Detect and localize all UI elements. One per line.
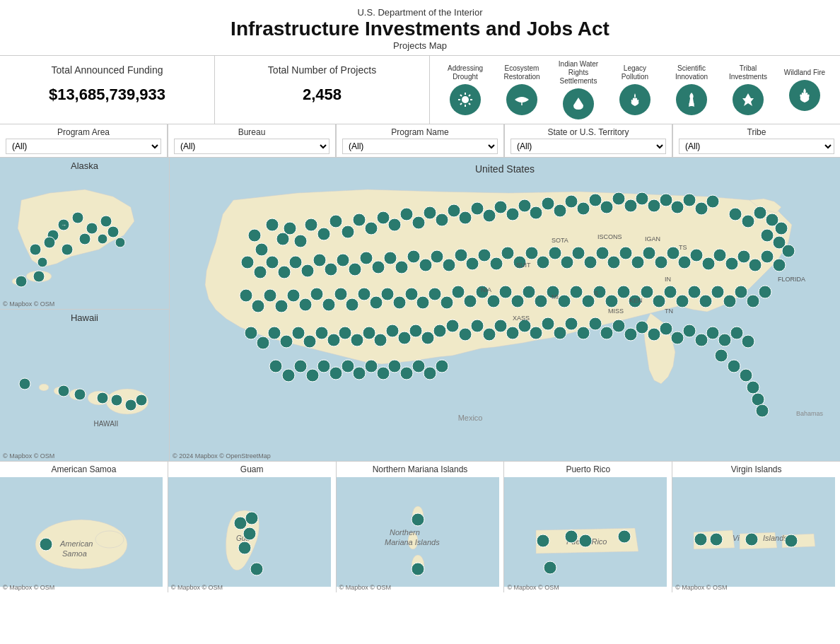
filter-tribe-select[interactable]: (All) (679, 139, 834, 154)
icon-drought[interactable]: AddressingDrought (437, 64, 494, 115)
svg-text:Northern: Northern (390, 528, 420, 537)
svg-point-208 (742, 335, 754, 348)
filter-tribe-label: Tribe (679, 127, 834, 137)
agency-name: U.S. Department of the Interior (0, 7, 840, 18)
svg-point-73 (589, 194, 602, 206)
svg-point-136 (761, 250, 774, 263)
american-samoa-credit: © Mapbox © OSM (3, 584, 54, 591)
scientific-icon (676, 84, 707, 115)
svg-point-186 (483, 328, 496, 341)
puerto-rico-credit: © Mapbox © OSM (507, 584, 559, 591)
svg-point-239 (353, 367, 366, 380)
svg-point-60 (436, 213, 448, 226)
svg-point-152 (405, 288, 418, 300)
svg-point-237 (329, 367, 342, 380)
svg-point-76 (624, 199, 637, 212)
svg-point-219 (292, 327, 305, 339)
svg-point-138 (240, 289, 252, 302)
svg-point-282 (412, 513, 424, 526)
icon-tribal-label: TribalInvestments (729, 64, 767, 81)
svg-point-160 (499, 286, 512, 298)
filters-row: Program Area (All) Bureau (All) Program … (0, 124, 840, 158)
icon-wildland[interactable]: Wildland Fire (776, 69, 833, 111)
us-main-map[interactable]: United States (170, 158, 840, 461)
filter-bureau: Bureau (All) (168, 124, 336, 157)
svg-point-170 (617, 286, 630, 298)
alaska-credit: © Mapbox © OSM (3, 300, 54, 308)
icon-ecosystem[interactable]: EcosystemRestoration (494, 64, 550, 115)
svg-point-227 (386, 324, 399, 337)
filter-state-select[interactable]: (All) (511, 139, 666, 154)
svg-point-47 (284, 222, 296, 235)
svg-point-33 (39, 384, 49, 391)
icon-water[interactable]: Indian WaterRightsSettlements (550, 60, 607, 119)
svg-point-69 (542, 197, 554, 210)
svg-point-187 (494, 320, 507, 332)
filter-bureau-select[interactable]: (All) (174, 139, 329, 154)
svg-point-267 (40, 538, 52, 551)
svg-point-57 (400, 208, 413, 221)
american-samoa-map: American Samoa American Samoa © Mapbox ©… (0, 462, 168, 592)
alaska-svg: → (0, 172, 169, 306)
svg-point-37 (74, 389, 86, 400)
svg-point-77 (636, 192, 648, 205)
svg-point-285 (537, 534, 549, 547)
svg-point-21 (107, 226, 119, 238)
svg-point-26 (115, 238, 125, 247)
svg-point-15 (72, 212, 83, 223)
svg-point-209 (715, 349, 728, 362)
svg-point-0 (462, 96, 469, 103)
legacy-icon (619, 84, 651, 115)
icon-scientific[interactable]: ScientificInnovation (663, 64, 720, 115)
filter-program-area: Program Area (All) (0, 124, 168, 157)
puerto-rico-svg: Puerto Rico (504, 477, 667, 587)
icon-tribal[interactable]: TribalInvestments (720, 64, 776, 115)
svg-point-123 (607, 256, 620, 269)
svg-point-210 (728, 360, 740, 373)
us-credit: © 2024 Mapbox © OpenStreetMap (173, 452, 271, 459)
svg-point-48 (294, 235, 307, 247)
svg-point-10 (689, 103, 694, 105)
svg-point-193 (565, 317, 578, 330)
svg-line-8 (469, 95, 470, 96)
svg-point-147 (346, 298, 358, 311)
icon-legacy[interactable]: LegacyPollution (607, 64, 663, 115)
svg-point-44 (266, 218, 279, 231)
svg-point-46 (255, 243, 268, 256)
svg-point-19 (30, 244, 41, 255)
svg-point-126 (643, 247, 655, 259)
svg-point-230 (421, 332, 434, 344)
svg-point-173 (653, 295, 665, 308)
svg-point-125 (631, 256, 644, 269)
svg-line-6 (469, 103, 470, 105)
filter-program-name-select[interactable]: (All) (342, 139, 498, 154)
svg-point-223 (339, 327, 351, 339)
svg-point-246 (436, 360, 448, 373)
svg-point-103 (372, 261, 385, 274)
filter-program-area-select[interactable]: (All) (6, 139, 161, 154)
svg-point-148 (358, 288, 371, 300)
svg-point-92 (241, 256, 254, 269)
svg-point-114 (501, 247, 514, 259)
svg-point-192 (554, 327, 566, 339)
svg-point-271 (243, 527, 256, 540)
svg-point-52 (342, 226, 354, 238)
svg-point-172 (641, 286, 653, 298)
svg-point-131 (702, 257, 715, 270)
svg-point-142 (287, 289, 300, 302)
svg-text:SOTA: SOTA (552, 237, 568, 244)
bottom-maps: American Samoa American Samoa © Mapbox ©… (0, 462, 840, 592)
svg-point-113 (490, 257, 503, 270)
svg-point-108 (431, 250, 443, 263)
svg-point-120 (572, 247, 585, 259)
svg-point-49 (305, 218, 317, 231)
svg-point-16 (86, 223, 98, 234)
svg-point-272 (238, 541, 251, 554)
wildland-icon (789, 80, 820, 111)
mexico-label: Mexico (458, 414, 483, 422)
page-subtitle: Projects Map (0, 40, 840, 51)
svg-text:Mariana Islands: Mariana Islands (385, 538, 440, 546)
svg-point-177 (699, 295, 712, 308)
icon-ecosystem-label: EcosystemRestoration (503, 64, 539, 81)
svg-point-146 (334, 288, 347, 300)
